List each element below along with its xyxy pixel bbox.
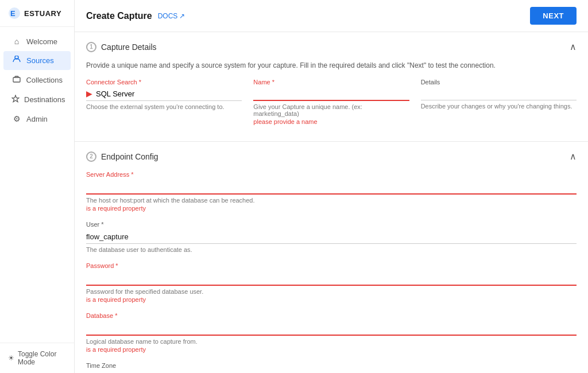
server-address-input[interactable]	[86, 180, 577, 195]
external-link-icon: ↗	[179, 12, 185, 20]
section-1-icon: 1	[86, 42, 96, 52]
details-hint: Describe your changes or why you're chan…	[421, 103, 577, 110]
name-label: Name *	[253, 79, 409, 86]
content-area: 1 Capture Details ∧ Provide a unique nam…	[75, 32, 588, 373]
svg-text:E: E	[10, 9, 16, 18]
connector-search-label: Connector Search *	[86, 79, 242, 86]
connector-search-field: Connector Search * ▶ SQL Server Choose t…	[86, 79, 242, 125]
sql-server-icon: ▶	[86, 89, 92, 98]
docs-label: DOCS	[158, 12, 178, 20]
database-hint: Logical database name to capture from.	[86, 338, 577, 345]
details-field: Details Describe your changes or why you…	[421, 79, 577, 125]
sidebar-item-label: Destinations	[24, 95, 65, 104]
database-field: Database * Logical database name to capt…	[86, 312, 577, 353]
sidebar-item-sources[interactable]: Sources	[3, 51, 71, 70]
sidebar: E ESTUARY ⌂ Welcome Sources Collections …	[0, 0, 75, 373]
timezone-field: Time Zone The IANA timezone name in whic…	[86, 362, 577, 373]
sidebar-nav: ⌂ Welcome Sources Collections Destinatio…	[0, 27, 74, 343]
page-header: Create Capture DOCS ↗ NEXT	[75, 0, 588, 32]
sidebar-item-admin[interactable]: ⚙ Admin	[3, 110, 71, 128]
name-field: Name * Give your Capture a unique name. …	[253, 79, 409, 125]
color-mode-icon: ☀	[8, 354, 14, 362]
user-field: User * The database user to authenticate…	[86, 221, 577, 253]
main-content: Create Capture DOCS ↗ NEXT 1 Capture Det…	[75, 0, 588, 373]
user-label: User *	[86, 221, 577, 228]
capture-form-row: Connector Search * ▶ SQL Server Choose t…	[86, 79, 577, 125]
server-address-field: Server Address * The host or host:port a…	[86, 171, 577, 212]
admin-icon: ⚙	[11, 114, 22, 123]
toggle-color-mode[interactable]: ☀ Toggle Color Mode	[0, 343, 74, 373]
password-label: Password *	[86, 262, 577, 269]
details-input[interactable]	[421, 87, 577, 100]
section-2-icon: 2	[86, 151, 96, 162]
home-icon: ⌂	[11, 37, 22, 46]
estuary-logo-icon: E	[8, 7, 21, 20]
capture-details-chevron[interactable]: ∧	[570, 41, 577, 52]
sidebar-item-label: Admin	[26, 115, 48, 123]
svg-rect-3	[13, 77, 20, 82]
sidebar-item-label: Sources	[26, 56, 54, 65]
user-input[interactable]	[86, 230, 577, 244]
capture-details-section: 1 Capture Details ∧ Provide a unique nam…	[75, 32, 588, 142]
logo: E ESTUARY	[0, 0, 74, 27]
database-input[interactable]	[86, 321, 577, 336]
name-error: please provide a name	[253, 118, 409, 125]
next-button[interactable]: NEXT	[530, 7, 577, 25]
capture-details-title: 1 Capture Details	[86, 42, 157, 52]
password-field: Password * Password for the specified da…	[86, 262, 577, 303]
timezone-label: Time Zone	[86, 362, 577, 369]
database-label: Database *	[86, 312, 577, 319]
password-error: is a required property	[86, 296, 577, 303]
connector-value[interactable]: ▶ SQL Server	[86, 87, 242, 101]
server-address-hint: The host or host:port at which the datab…	[86, 197, 577, 204]
collections-icon	[11, 75, 21, 85]
connector-hint: Choose the external system you're connec…	[86, 103, 242, 110]
endpoint-config-section: 2 Endpoint Config ∧ Server Address * The…	[75, 142, 588, 373]
destinations-icon	[11, 95, 20, 104]
page-title: Create Capture	[86, 11, 152, 21]
server-address-error: is a required property	[86, 205, 577, 212]
toggle-color-label: Toggle Color Mode	[18, 350, 66, 366]
sidebar-item-label: Welcome	[26, 37, 57, 46]
database-error: is a required property	[86, 346, 577, 353]
name-input[interactable]	[253, 87, 409, 101]
server-address-label: Server Address *	[86, 171, 577, 178]
connector-text: SQL Server	[96, 90, 134, 98]
sidebar-item-collections[interactable]: Collections	[3, 71, 71, 90]
header-left: Create Capture DOCS ↗	[86, 11, 185, 21]
user-hint: The database user to authenticate as.	[86, 246, 577, 253]
capture-details-header: 1 Capture Details ∧	[75, 32, 588, 61]
endpoint-config-header: 2 Endpoint Config ∧	[75, 142, 588, 171]
sources-icon	[11, 56, 22, 65]
endpoint-config-title: 2 Endpoint Config	[86, 151, 158, 162]
endpoint-config-chevron[interactable]: ∧	[570, 151, 577, 162]
sidebar-item-destinations[interactable]: Destinations	[3, 90, 71, 109]
password-input[interactable]	[86, 271, 577, 286]
logo-text: ESTUARY	[24, 9, 61, 18]
capture-details-desc: Provide a unique name and specify a sour…	[86, 61, 577, 69]
sidebar-item-welcome[interactable]: ⌂ Welcome	[3, 32, 71, 50]
name-hint: Give your Capture a unique name. (ex: ma…	[253, 103, 409, 117]
docs-link[interactable]: DOCS ↗	[158, 12, 185, 20]
password-hint: Password for the specified database user…	[86, 288, 577, 295]
endpoint-config-body: Server Address * The host or host:port a…	[75, 171, 588, 373]
capture-details-body: Provide a unique name and specify a sour…	[75, 61, 588, 141]
details-label: Details	[421, 79, 577, 86]
sidebar-item-label: Collections	[26, 76, 63, 84]
